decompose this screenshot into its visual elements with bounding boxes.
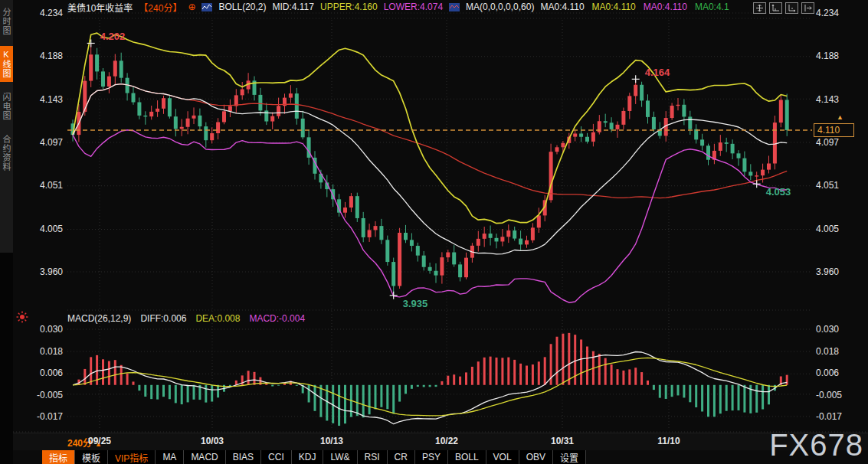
macd-y-axis-right: 0.0300.0180.006-0.005-0.017	[816, 324, 862, 422]
ma-value-2: MA0:4.110	[592, 2, 636, 12]
ma-value-1: MA0:4.110	[540, 2, 584, 12]
candles-layer	[71, 43, 789, 295]
boll-lower-value: LOWER:4.074	[384, 2, 443, 12]
macd-dea-value: DEA:0.008	[195, 313, 240, 324]
y-axis-label: 0.030	[17, 324, 63, 335]
ma-value-3: MA0:4.110	[644, 2, 687, 12]
sidebar-item-分时图[interactable]: 分时图	[0, 4, 13, 39]
y-axis-label: 0.018	[17, 346, 63, 357]
price-annotation-4.202: 4.202	[100, 31, 126, 42]
chart-header: 美债10年收益率 【240分】 ⊕ BOLL(20,2) MID:4.117 U…	[67, 1, 729, 13]
x-axis-label-09/25: 09/25	[88, 436, 111, 446]
y-axis-label: -0.017	[17, 411, 63, 422]
y-axis-label: 4.234	[17, 8, 63, 18]
y-axis-label: 4.234	[816, 8, 862, 18]
price-annotation-4.053: 4.053	[766, 186, 791, 198]
watermark: FX678	[769, 428, 863, 462]
boll-mid-value: MID:4.117	[273, 2, 314, 12]
ma-value-4: MA0:4.1	[695, 2, 729, 12]
toolbar-item-OBV[interactable]: OBV	[519, 450, 553, 464]
indicator-toolbar: 指标模板VIP指标MAMACDBIASCCIKDJLW&RSICRPSYBOLL…	[42, 450, 586, 464]
y-axis-label: 3.960	[816, 266, 862, 277]
y-axis-label: 4.143	[17, 94, 63, 105]
price-up-arrow-icon: ▲	[837, 113, 843, 121]
macd-macd-value: MACD:-0.004	[249, 313, 305, 324]
shift-right-icon[interactable]	[801, 2, 814, 14]
toolbar-item-CCI[interactable]: CCI	[261, 450, 292, 464]
boll-label: BOLL(20,2)	[218, 2, 266, 12]
y-axis-label: -0.005	[17, 390, 63, 400]
sidebar: 分时图K线图闪电图合约资料	[0, 0, 13, 464]
macd-header: MACD(26,12,9) DIFF:0.006 DEA:0.008 MACD:…	[67, 312, 305, 325]
macd-label: MACD(26,12,9)	[67, 313, 131, 324]
toolbar-item-模板[interactable]: 模板	[75, 450, 108, 464]
y-axis-label: 4.143	[816, 94, 862, 105]
x-axis-label-11/10: 11/10	[657, 436, 680, 446]
toolbar-item-LW&[interactable]: LW&	[323, 450, 357, 464]
ma-chart-icon[interactable]	[449, 3, 460, 11]
macd-histogram	[73, 333, 787, 426]
y-axis-scale-icon[interactable]	[769, 2, 782, 14]
x-axis-label-10/31: 10/31	[551, 436, 574, 446]
main-y-axis-right: 4.2344.1884.1434.0974.0514.0053.960	[816, 8, 862, 277]
x-axis-label-10/22: 10/22	[435, 436, 458, 446]
pan-icon[interactable]	[753, 2, 766, 14]
y-axis-label: 4.051	[17, 180, 63, 191]
y-axis-label: 4.051	[816, 180, 862, 191]
trading-app-window: 4.2024.1643.9354.053 分时图K线图闪电图合约资料 美债10年…	[0, 0, 868, 464]
y-axis-label: 4.005	[17, 224, 63, 234]
plus-circle-icon[interactable]: ⊕	[188, 2, 195, 12]
ma-values: MA0:4.110MA0:4.110MA0:4.110MA0:4.1	[540, 2, 729, 12]
x-axis-label-10/03: 10/03	[201, 436, 224, 446]
sidebar-item-K线图[interactable]: K线图	[0, 46, 13, 82]
toolbar-item-VOL[interactable]: VOL	[486, 450, 519, 464]
y-axis-label: 0.006	[816, 368, 862, 378]
toolbar-item-BIAS[interactable]: BIAS	[226, 450, 261, 464]
y-axis-label: 4.097	[816, 137, 862, 148]
toolbar-item-设置[interactable]: 设置	[553, 450, 586, 464]
toolbar-item-BOLL[interactable]: BOLL	[448, 450, 486, 464]
y-axis-label: 4.188	[17, 51, 63, 61]
date-axis-row: 240分▲ 09/2510/0310/1310/2210/3111/10	[13, 433, 868, 450]
chart-canvas: 4.2024.1643.9354.053	[0, 0, 868, 464]
y-axis-label: -0.017	[816, 411, 862, 422]
price-annotation-3.935: 3.935	[403, 298, 428, 309]
toolbar-item-KDJ[interactable]: KDJ	[292, 450, 324, 464]
x-axis-scale-icon[interactable]	[785, 2, 798, 14]
toolbar-item-PSY[interactable]: PSY	[415, 450, 448, 464]
period-label[interactable]: 【240分】	[139, 1, 182, 14]
x-axis-label-10/13: 10/13	[320, 436, 343, 446]
ma-group-label: MA(0,0,0,0,0,60)	[466, 2, 534, 12]
y-axis-label: 4.097	[17, 137, 63, 148]
indicator-settings-icon[interactable]	[16, 311, 28, 323]
toolbar-item-CR[interactable]: CR	[388, 450, 415, 464]
symbol-label: 美债10年收益率	[67, 1, 133, 14]
toolbar-item-MACD[interactable]: MACD	[184, 450, 225, 464]
sidebar-item-合约资料[interactable]: 合约资料	[0, 131, 13, 175]
y-axis-label: -0.005	[816, 390, 862, 400]
macd-diff-value: DIFF:0.006	[140, 313, 186, 324]
toolbar-item-VIP指标[interactable]: VIP指标	[108, 450, 156, 464]
price-annotation-4.164: 4.164	[645, 67, 670, 78]
sidebar-item-闪电图[interactable]: 闪电图	[0, 89, 13, 124]
toolbar-item-RSI[interactable]: RSI	[358, 450, 388, 464]
macd-y-axis-left: 0.0300.0180.006-0.005-0.017	[17, 324, 63, 422]
y-axis-label: 4.188	[816, 51, 862, 61]
y-axis-label: 0.030	[816, 324, 862, 335]
y-axis-label: 0.006	[17, 368, 63, 378]
boll-chart-icon[interactable]	[201, 3, 212, 11]
main-y-axis-left: 4.2344.1884.1434.0974.0514.0053.960	[17, 8, 63, 277]
current-price-tag: 4.110	[814, 123, 854, 137]
toolbar-item-指标[interactable]: 指标	[42, 450, 75, 464]
chart-tools	[753, 2, 814, 14]
y-axis-label: 0.018	[816, 346, 862, 357]
toolbar-item-MA[interactable]: MA	[156, 450, 184, 464]
y-axis-label: 4.005	[816, 224, 862, 234]
y-axis-label: 3.960	[17, 266, 63, 277]
boll-upper-value: UPPER:4.160	[320, 2, 378, 12]
sidebar-items: 分时图K线图闪电图合约资料	[0, 0, 13, 253]
